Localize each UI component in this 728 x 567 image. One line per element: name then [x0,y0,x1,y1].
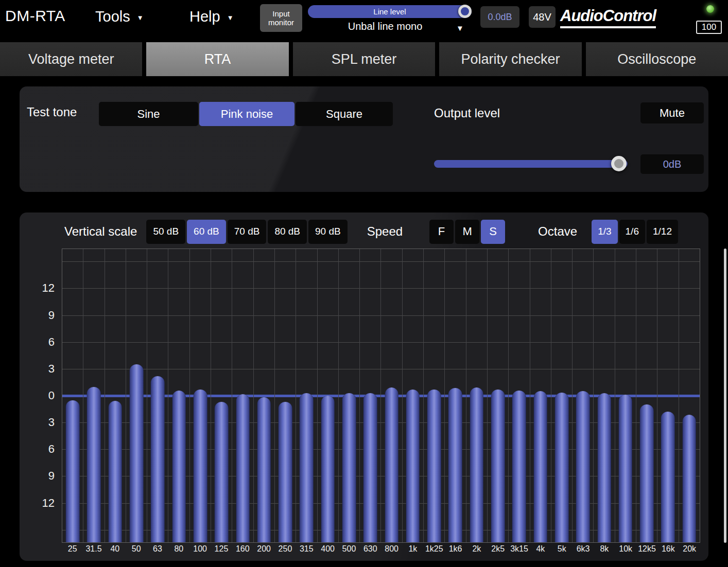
freq-label: 1k6 [445,544,466,558]
rta-controls-row: Vertical scale 50 dB 60 dB 70 dB 80 dB 9… [20,219,708,244]
sine-button[interactable]: Sine [99,102,198,126]
db-axis-label: 12 [34,281,55,295]
app-title: DM-RTA [5,7,65,25]
input-monitor-label-line2: monitor [268,18,294,27]
scale-90db-button[interactable]: 90 dB [308,220,348,244]
db-axis-label: 0 [34,389,55,402]
line-level-knob[interactable] [458,5,472,18]
input-source-select[interactable]: Unbal line mono [308,21,462,32]
rta-bar [172,391,186,542]
freq-label: 50 [126,544,147,558]
freq-label: 31.5 [83,544,104,558]
freq-column [275,249,296,542]
status-led-icon [706,5,714,13]
octave-1-3-button[interactable]: 1/3 [592,220,617,244]
line-level-group: Line level Unbal line mono ▼ [308,0,472,36]
tools-menu[interactable]: Tools ▼ [95,8,144,25]
output-level-knob[interactable] [611,156,627,171]
freq-column [339,249,360,542]
chevron-down-icon: ▼ [227,14,234,22]
speed-label: Speed [367,224,403,239]
scale-70db-button[interactable]: 70 dB [228,220,267,244]
speed-fast-button[interactable]: F [429,220,454,244]
rta-bar [533,391,547,542]
db-axis-label: 12 [34,497,55,510]
freq-column [254,249,275,542]
tab-rta[interactable]: RTA [146,42,288,76]
tab-oscilloscope[interactable]: Oscilloscope [586,42,728,76]
freq-label: 160 [232,544,253,558]
freq-column [190,249,211,542]
scale-80db-button[interactable]: 80 dB [268,220,307,244]
rta-bar [576,391,590,542]
speed-slow-button[interactable]: S [481,220,505,244]
freq-label: 315 [296,544,317,558]
input-monitor-button[interactable]: Input monitor [260,4,302,32]
line-level-label: Line level [373,7,406,16]
freq-label: 20k [679,544,700,558]
pink-noise-button[interactable]: Pink noise [199,102,294,126]
freq-column [509,249,530,542]
x-axis: 2531.54050638010012516020025031540050063… [62,544,700,558]
level-readout: 0.0dB [480,6,519,28]
tab-spl-meter[interactable]: SPL meter [293,42,435,76]
rta-bar [236,394,250,542]
freq-column [105,249,126,542]
freq-label: 500 [338,544,359,558]
freq-column [657,249,679,542]
db-axis-label: 6 [34,335,55,349]
freq-column [530,249,551,542]
freq-column [232,249,253,542]
scale-60db-button[interactable]: 60 dB [187,220,226,244]
line-level-slider[interactable]: Line level [308,5,472,18]
octave-1-6-button[interactable]: 1/6 [619,220,645,244]
tab-voltage-meter[interactable]: Voltage meter [0,42,142,76]
freq-label: 10k [615,544,636,558]
rta-bars [62,249,700,542]
freq-column [403,249,424,542]
freq-label: 80 [168,544,189,558]
freq-column [360,249,381,542]
freq-label: 63 [147,544,168,558]
scrollbar[interactable] [724,249,726,543]
square-button[interactable]: Square [296,102,393,126]
db-axis-label: 3 [34,362,55,376]
rta-bar [640,404,654,542]
tab-polarity-checker[interactable]: Polarity checker [439,42,581,76]
phantom-power-button[interactable]: 48V [529,6,556,28]
rta-bar [194,389,207,542]
chevron-down-icon[interactable]: ▼ [456,24,464,32]
help-menu[interactable]: Help ▼ [189,8,234,25]
octave-label: Octave [538,224,577,239]
freq-label: 8k [594,544,615,558]
output-level-slider[interactable] [434,160,628,168]
chevron-down-icon: ▼ [137,14,144,22]
rta-bar [512,391,526,542]
mute-button[interactable]: Mute [640,102,704,123]
speed-medium-button[interactable]: M [455,220,479,244]
octave-group: 1/3 1/6 1/12 [592,220,678,244]
freq-column [551,249,573,542]
rta-chart [62,249,700,543]
rta-bar [151,376,165,542]
freq-column [594,249,615,542]
freq-column [296,249,317,542]
freq-column [381,249,402,542]
rta-bar [321,396,335,542]
freq-label: 5k [551,544,573,558]
mode-tabs: Voltage meter RTA SPL meter Polarity che… [0,42,728,76]
top-bar: DM-RTA Tools ▼ Help ▼ Input monitor Line… [0,0,728,36]
scale-50db-button[interactable]: 50 dB [146,220,185,244]
vertical-scale-group: 50 dB 60 dB 70 dB 80 dB 90 dB [146,220,347,244]
octave-1-12-button[interactable]: 1/12 [647,220,678,244]
freq-column [488,249,509,542]
db-axis-label: 9 [34,469,55,483]
freq-column [126,249,147,542]
tools-menu-label: Tools [95,8,130,25]
freq-column [466,249,488,542]
speed-group: F M S [429,220,505,244]
freq-label: 3k15 [509,544,530,558]
rta-bar [491,389,505,542]
freq-column [62,249,83,542]
freq-label: 25 [62,544,83,558]
